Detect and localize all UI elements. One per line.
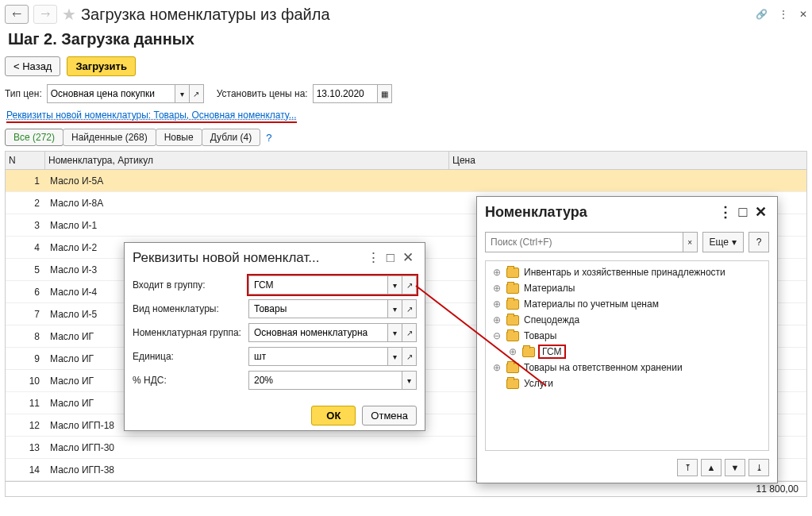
row-n: 13 — [6, 441, 45, 455]
scroll-down-icon[interactable]: ▼ — [725, 459, 745, 476]
tree-label: Материалы по учетным ценам — [524, 298, 659, 310]
open-icon[interactable]: ↗ — [402, 276, 416, 294]
row-n: 7 — [6, 307, 45, 322]
folder-icon — [522, 347, 535, 357]
expand-icon[interactable]: ⊕ — [492, 283, 502, 294]
nav-forward[interactable]: 🡒 — [33, 5, 57, 24]
col-nom: Номенклатура, Артикул — [45, 152, 449, 169]
group-input[interactable] — [249, 276, 387, 294]
link-icon[interactable]: 🔗 — [756, 9, 768, 20]
dialog-kebab-icon[interactable]: ⋮ — [364, 249, 382, 266]
open-icon[interactable]: ↗ — [189, 85, 203, 102]
popup-close-icon[interactable]: ✕ — [752, 203, 769, 221]
tree-label: Товары на ответственном хранении — [524, 362, 683, 373]
kind-field[interactable]: ▾ ↗ — [248, 299, 417, 318]
vat-field[interactable]: ▾ — [248, 371, 417, 390]
expand-icon[interactable]: ⊕ — [492, 298, 502, 310]
popup-kebab-icon[interactable]: ⋮ — [717, 203, 734, 221]
help-icon[interactable]: ? — [266, 132, 271, 144]
row-n: 12 — [6, 418, 45, 433]
dropdown-icon[interactable]: ▾ — [387, 324, 402, 341]
folder-icon — [506, 315, 519, 325]
dropdown-icon[interactable]: ▾ — [387, 300, 402, 318]
ok-button[interactable]: ОК — [311, 406, 356, 426]
folder-icon — [506, 331, 519, 341]
group-field[interactable]: ▾ ↗ — [248, 275, 417, 295]
tree-label: Товары — [524, 330, 556, 341]
dropdown-icon[interactable]: ▾ — [387, 276, 402, 294]
tab-found[interactable]: Найденные (268) — [63, 129, 156, 146]
scroll-top-icon[interactable]: ⤒ — [677, 459, 698, 476]
help-button[interactable]: ? — [749, 232, 769, 252]
row-name: Масло И-1 — [45, 218, 449, 233]
clear-icon[interactable]: × — [683, 233, 697, 252]
nomenclature-tree[interactable]: ⊕Инвентарь и хозяйственные принадлежност… — [485, 260, 769, 451]
open-icon[interactable]: ↗ — [402, 324, 416, 341]
dropdown-icon[interactable]: ▾ — [387, 348, 402, 365]
row-n: 11 — [6, 396, 45, 410]
popup-title: Номенклатура — [485, 204, 717, 221]
date-input[interactable] — [314, 85, 377, 102]
search-field[interactable]: × — [485, 232, 698, 252]
requisites-link[interactable]: Реквизиты новой номенклатуры: Товары, Ос… — [6, 110, 297, 123]
unit-input[interactable] — [249, 348, 387, 365]
kind-label: Вид номенклатуры: — [133, 303, 244, 314]
tree-item[interactable]: ⊕Материалы по учетным ценам — [489, 296, 765, 312]
open-icon[interactable]: ↗ — [402, 300, 416, 318]
vat-input[interactable] — [249, 372, 402, 389]
tab-dupes[interactable]: Дубли (4) — [202, 129, 261, 146]
more-button[interactable]: Еще▾ — [702, 232, 744, 252]
dropdown-icon[interactable]: ▾ — [175, 85, 189, 102]
tree-item[interactable]: ⊕Спецодежда — [489, 312, 765, 328]
price-type-combo[interactable]: ▾ ↗ — [47, 84, 204, 103]
kind-input[interactable] — [249, 300, 387, 318]
load-button[interactable]: Загрузить — [67, 56, 135, 76]
row-name: Масло ИГП-30 — [45, 441, 449, 455]
row-n: 4 — [6, 241, 45, 255]
row-n: 6 — [6, 285, 45, 299]
page-title: Загрузка номенклатуры из файла — [81, 6, 330, 24]
calendar-icon[interactable]: ▦ — [377, 85, 391, 102]
tree-item[interactable]: ⊖Товары — [489, 328, 765, 344]
row-n: 3 — [6, 218, 45, 233]
row-n: 8 — [6, 329, 45, 344]
requisites-dialog: Реквизиты новой номенклат... ⋮ □ ✕ Входи… — [124, 242, 425, 431]
tree-item[interactable]: ⊕Товары на ответственном хранении — [489, 360, 765, 375]
tab-new[interactable]: Новые — [156, 129, 202, 146]
tree-item[interactable]: ⊕ГСМ — [489, 344, 765, 360]
folder-icon — [506, 363, 519, 373]
tree-item[interactable]: ⊕Инвентарь и хозяйственные принадлежност… — [489, 264, 765, 280]
search-input[interactable] — [486, 233, 683, 252]
vat-label: % НДС: — [133, 375, 244, 386]
dropdown-icon[interactable]: ▾ — [402, 372, 416, 389]
scroll-bottom-icon[interactable]: ⤓ — [749, 459, 769, 476]
expand-icon[interactable]: ⊕ — [492, 267, 502, 278]
favorite-icon[interactable]: ★ — [62, 5, 76, 24]
scroll-up-icon[interactable]: ▲ — [701, 459, 722, 476]
expand-icon[interactable]: ⊖ — [492, 330, 502, 341]
kebab-icon[interactable]: ⋮ — [779, 9, 788, 20]
cancel-button[interactable]: Отмена — [362, 406, 417, 426]
nav-back[interactable]: 🡐 — [5, 5, 29, 24]
expand-icon[interactable]: ⊕ — [508, 346, 518, 357]
row-name: Масло ИГП-38 — [45, 463, 449, 477]
tree-item[interactable]: Услуги — [489, 375, 765, 391]
open-icon[interactable]: ↗ — [402, 348, 416, 365]
price-type-input[interactable] — [48, 85, 175, 102]
dialog-close-icon[interactable]: ✕ — [399, 249, 417, 266]
date-field[interactable]: ▦ — [313, 84, 392, 103]
unit-label: Единица: — [133, 351, 244, 362]
popup-restore-icon[interactable]: □ — [734, 204, 752, 221]
dialog-title: Реквизиты новой номенклат... — [133, 250, 364, 266]
nomgroup-input[interactable] — [249, 324, 387, 341]
table-row[interactable]: 1Масло И-5А — [6, 170, 806, 192]
back-button[interactable]: < Назад — [5, 56, 60, 76]
expand-icon[interactable]: ⊕ — [492, 362, 502, 373]
nomgroup-field[interactable]: ▾ ↗ — [248, 323, 417, 342]
dialog-restore-icon[interactable]: □ — [382, 250, 399, 266]
close-icon[interactable]: ✕ — [799, 9, 807, 20]
tree-item[interactable]: ⊕Материалы — [489, 280, 765, 296]
tab-all[interactable]: Все (272) — [5, 129, 63, 146]
expand-icon[interactable]: ⊕ — [492, 314, 502, 325]
unit-field[interactable]: ▾ ↗ — [248, 347, 417, 366]
